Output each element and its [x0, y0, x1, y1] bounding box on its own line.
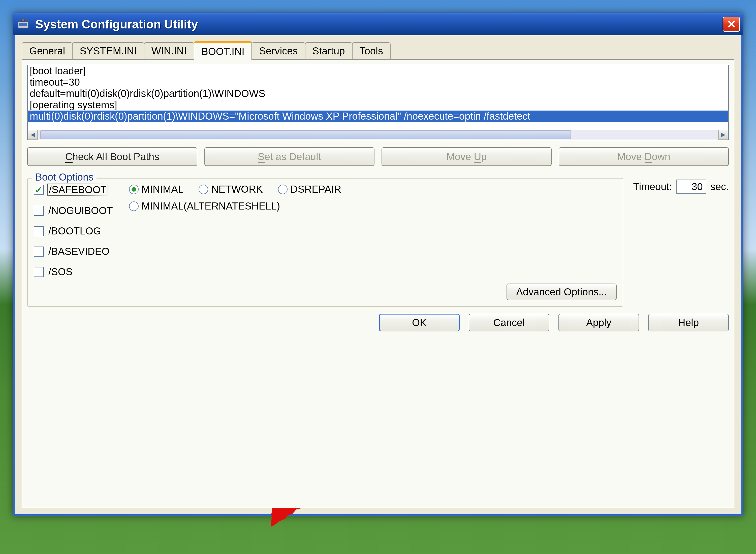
apply-button[interactable]: Apply	[558, 314, 639, 331]
check-noguiboot[interactable]: /NOGUIBOOT	[34, 205, 114, 216]
help-button[interactable]: Help	[648, 314, 729, 331]
radio-icon	[199, 184, 208, 194]
svg-rect-1	[19, 23, 27, 26]
timeout-input[interactable]	[676, 179, 706, 193]
move-up-button[interactable]: Move Up	[382, 147, 552, 166]
tab-tools[interactable]: Tools	[352, 42, 391, 59]
radio-icon	[278, 184, 288, 194]
safeboot-mode-radios: MINIMAL NETWORK DSREPAIR	[129, 183, 371, 212]
checkbox-icon	[34, 267, 44, 277]
checkbox-icon	[34, 246, 44, 257]
boot-options-group: Boot Options /SAFEBOOT /NOGUIBOOT	[27, 178, 623, 307]
scroll-left-button[interactable]: ◄	[28, 130, 38, 140]
list-item[interactable]: timeout=30	[28, 76, 728, 88]
set-as-default-button[interactable]: Set as Default	[204, 147, 374, 166]
check-sos[interactable]: /SOS	[34, 266, 114, 278]
boot-ini-panel: [boot loader] timeout=30 default=multi(0…	[22, 59, 734, 508]
tab-boot-ini[interactable]: BOOT.INI	[194, 41, 252, 60]
close-button[interactable]: ✕	[723, 17, 740, 32]
tab-services[interactable]: Services	[251, 42, 305, 59]
timeout-group: Timeout: sec.	[633, 179, 729, 193]
radio-dsrepair[interactable]: DSREPAIR	[278, 183, 342, 195]
checkbox-icon	[34, 226, 44, 236]
tab-strip: General SYSTEM.INI WIN.INI BOOT.INI Serv…	[22, 41, 734, 59]
scroll-track[interactable]	[38, 130, 718, 140]
close-icon: ✕	[727, 18, 736, 31]
boot-checks: /SAFEBOOT /NOGUIBOOT /BOOTLOG	[34, 183, 114, 278]
radio-minimal-altshell[interactable]: MINIMAL(ALTERNATESHELL)	[129, 201, 371, 212]
app-icon	[16, 17, 30, 31]
list-item[interactable]: multi(0)disk(0)rdisk(0)partition(1)\WIND…	[28, 111, 728, 122]
cancel-button[interactable]: Cancel	[469, 314, 549, 331]
msconfig-window: System Configuration Utility ✕ General S…	[13, 13, 743, 516]
boot-ini-listbox[interactable]: [boot loader] timeout=30 default=multi(0…	[27, 65, 729, 140]
radio-minimal[interactable]: MINIMAL	[129, 183, 184, 195]
title-bar[interactable]: System Configuration Utility ✕	[13, 13, 743, 35]
radio-icon	[129, 202, 139, 211]
move-down-button[interactable]: Move Down	[559, 147, 729, 166]
check-safeboot[interactable]: /SAFEBOOT	[34, 183, 114, 196]
radio-icon	[129, 184, 139, 194]
advanced-options-button[interactable]: Advanced Options...	[507, 284, 616, 300]
scroll-thumb[interactable]	[40, 130, 571, 139]
scroll-right-button[interactable]: ►	[718, 130, 728, 140]
checkbox-icon	[34, 206, 44, 216]
horizontal-scrollbar[interactable]: ◄ ►	[28, 130, 728, 140]
timeout-label: Timeout:	[633, 181, 672, 192]
checkbox-icon	[34, 185, 44, 195]
list-item[interactable]: [operating systems]	[28, 99, 728, 111]
boot-options-legend: Boot Options	[32, 171, 97, 183]
radio-network[interactable]: NETWORK	[199, 183, 263, 195]
tab-startup[interactable]: Startup	[305, 42, 353, 59]
tab-general[interactable]: General	[22, 42, 72, 59]
tab-system-ini[interactable]: SYSTEM.INI	[72, 42, 144, 59]
ok-button[interactable]: OK	[379, 314, 460, 331]
boot-path-button-row: Check All Boot Paths Set as Default Move…	[27, 147, 729, 166]
list-item[interactable]: default=multi(0)disk(0)rdisk(0)partition…	[28, 88, 728, 99]
client-area: General SYSTEM.INI WIN.INI BOOT.INI Serv…	[13, 35, 743, 516]
check-all-boot-paths-button[interactable]: Check All Boot Paths	[27, 147, 197, 166]
svg-rect-2	[22, 19, 25, 22]
timeout-suffix: sec.	[710, 181, 729, 192]
dialog-buttons: OK Cancel Apply Help	[27, 314, 729, 331]
tab-win-ini[interactable]: WIN.INI	[144, 42, 194, 59]
check-bootlog[interactable]: /BOOTLOG	[34, 225, 114, 237]
list-item[interactable]: [boot loader]	[28, 65, 728, 76]
window-title: System Configuration Utility	[35, 17, 723, 31]
check-basevideo[interactable]: /BASEVIDEO	[34, 246, 114, 257]
